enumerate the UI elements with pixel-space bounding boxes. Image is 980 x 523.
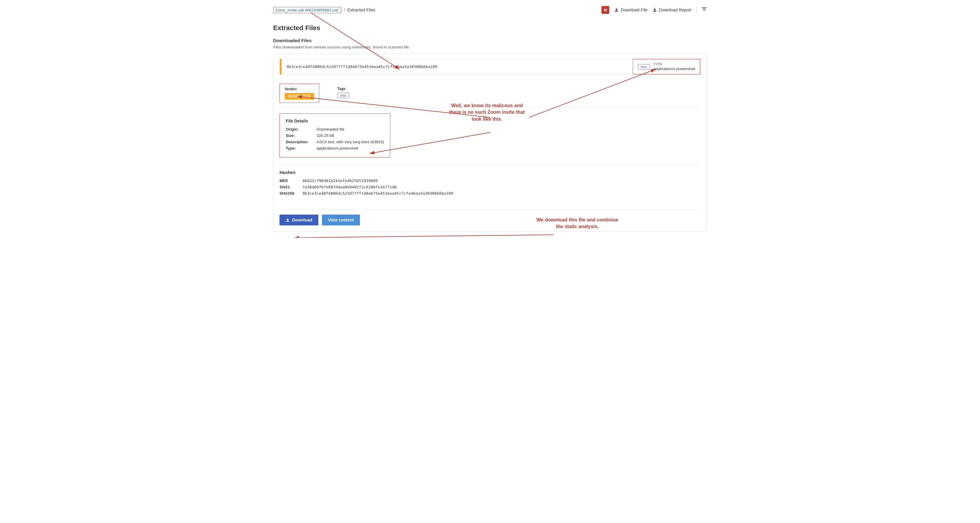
download-file-icon <box>614 8 619 12</box>
tags-label: Tags <box>337 87 349 91</box>
section-subtitle: Files downloaded from remote sources usi… <box>273 45 707 49</box>
header-actions: M Download File Download Report <box>601 6 707 14</box>
filter-button[interactable] <box>702 6 707 14</box>
view-content-button[interactable]: View content <box>322 214 360 225</box>
description-key: Description: <box>286 139 313 144</box>
type-key: Type: <box>286 146 313 151</box>
description-val: ASCII text, with very long lines (63810) <box>317 139 384 144</box>
m-badge: M <box>601 6 609 14</box>
size-key: Size: <box>286 133 313 138</box>
download-file-button[interactable]: Download File <box>614 8 648 12</box>
size-val: 326.25 kB <box>317 133 334 138</box>
type-section: data TYPE application/x-powershell <box>633 59 700 74</box>
sha256-key: SHA256 <box>280 191 298 196</box>
breadcrumb-current: Extracted Files <box>347 8 375 12</box>
tag-badge: data <box>337 93 349 98</box>
hash-sha1-row: SHA1 7a36d607bfe88fd4ea0e9402f2c6280fe1b… <box>280 185 700 189</box>
file-details-box: File Details Origin: Downloaded file Siz… <box>280 113 390 157</box>
page-title: Extracted Files <box>273 24 707 32</box>
verdict-label: Verdict <box>285 87 314 91</box>
svg-line-5 <box>294 235 553 238</box>
origin-val: Downloaded file <box>317 127 345 132</box>
file-card: 9b3ce3ce48f4806dc523d77ff1d8e675e453eea4… <box>273 54 707 232</box>
type-heading: TYPE <box>653 62 695 66</box>
hashes-title: Hashes <box>280 170 700 175</box>
verdict-badge: SUSPICIOUS <box>285 93 314 100</box>
action-buttons-row: Download View content <box>280 209 700 225</box>
type-val: application/x-powershell <box>317 146 358 151</box>
type-label: TYPE application/x-powershell <box>653 62 695 71</box>
file-hash-value: 9b3ce3ce48f4806dc523d77ff1d8e675e453eea4… <box>282 59 633 74</box>
sha1-key: SHA1 <box>280 185 298 189</box>
sha256-val: 9b3ce3ce48f4806dc523d77ff1d8e675e453eea4… <box>302 191 453 196</box>
origin-key: Origin: <box>286 127 313 132</box>
detail-size: Size: 326.25 kB <box>286 133 384 138</box>
type-tag-badge: data <box>638 64 650 70</box>
download-report-icon <box>652 8 657 12</box>
verdict-tags-row: Verdict SUSPICIOUS Tags data <box>280 79 700 108</box>
downloaded-files-section: Downloaded Files Files downloaded from r… <box>273 38 707 232</box>
md5-key: MD5 <box>280 178 298 183</box>
breadcrumb-file-link[interactable]: Zoom_Invite.call-660194855683.wsf. <box>273 7 341 13</box>
hash-sha256-row: SHA256 9b3ce3ce48f4806dc523d77ff1d8e675e… <box>280 191 700 196</box>
file-details-title: File Details <box>286 119 384 124</box>
download-button[interactable]: Download <box>280 214 318 225</box>
detail-description: Description: ASCII text, with very long … <box>286 139 384 144</box>
tags-box: Tags data <box>337 84 349 103</box>
hashes-section: Hashes MD5 46d22cf90d01b241efe4625651939… <box>280 165 700 202</box>
verdict-box: Verdict SUSPICIOUS <box>280 84 319 103</box>
file-hash-row: 9b3ce3ce48f4806dc523d77ff1d8e675e453eea4… <box>280 59 700 74</box>
detail-origin: Origin: Downloaded file <box>286 127 384 132</box>
header-divider <box>696 6 697 14</box>
breadcrumb-separator: / <box>344 8 345 12</box>
detail-type: Type: application/x-powershell <box>286 146 384 151</box>
download-icon <box>285 218 290 222</box>
section-title: Downloaded Files <box>273 38 707 43</box>
type-value: application/x-powershell <box>653 67 695 71</box>
download-report-button[interactable]: Download Report <box>652 8 692 12</box>
hash-md5-row: MD5 46d22cf90d01b241efe4625651939886 <box>280 178 700 183</box>
sha1-val: 7a36d607bfe88fd4ea0e9402f2c6280fe1b771d8 <box>302 185 397 189</box>
breadcrumb: Zoom_Invite.call-660194855683.wsf. / Ext… <box>273 7 375 13</box>
page-header: Zoom_Invite.call-660194855683.wsf. / Ext… <box>273 6 707 17</box>
filter-icon <box>702 6 707 12</box>
md5-val: 46d22cf90d01b241efe4625651939886 <box>302 178 378 183</box>
